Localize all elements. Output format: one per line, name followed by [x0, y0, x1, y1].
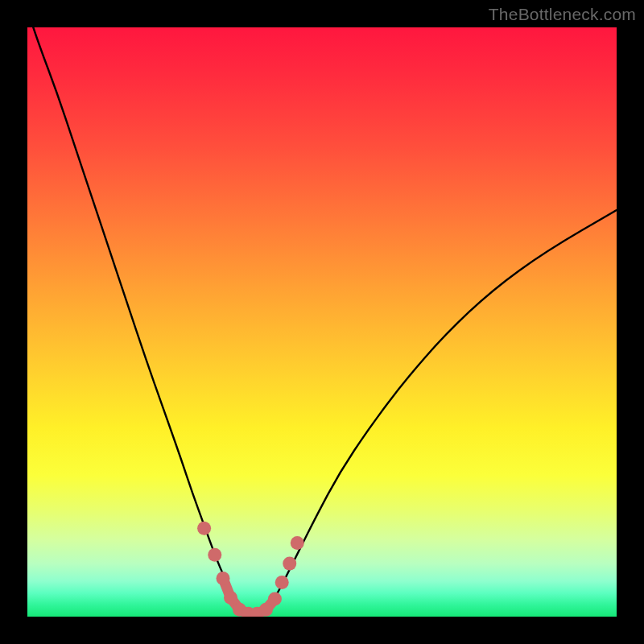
marker-dot [224, 591, 237, 605]
markers-group [197, 522, 304, 617]
bottleneck-curve [27, 27, 617, 613]
chart-overlay [27, 27, 617, 617]
marker-dot [197, 522, 211, 535]
plot-area [27, 27, 617, 617]
marker-dot [217, 572, 230, 585]
marker-dot [259, 603, 273, 617]
marker-dot [275, 576, 289, 589]
watermark-text: TheBottleneck.com [489, 5, 636, 24]
marker-dot [268, 592, 282, 606]
marker-dot [283, 557, 296, 571]
marker-dot [291, 536, 304, 550]
chart-frame: TheBottleneck.com [0, 0, 644, 644]
marker-dot [208, 548, 221, 562]
